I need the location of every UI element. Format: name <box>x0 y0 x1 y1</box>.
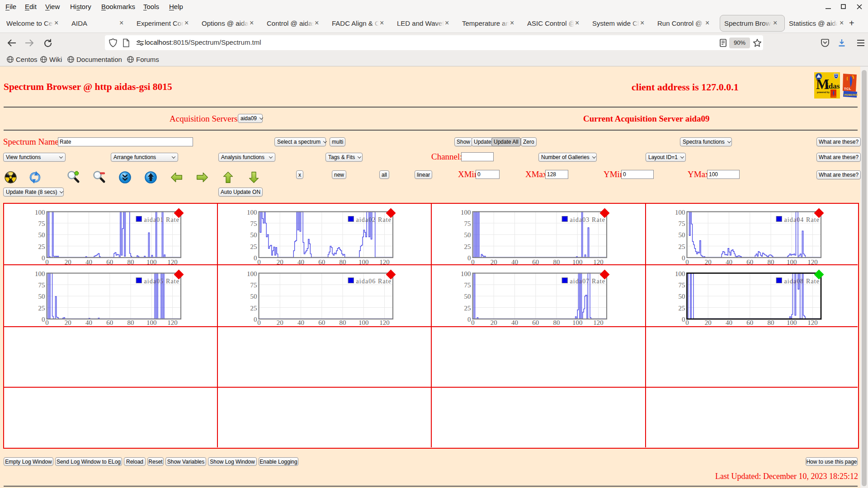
svg-text:0: 0 <box>45 319 49 326</box>
svg-text:0: 0 <box>42 316 45 323</box>
svg-text:aida03 Rate: aida03 Rate <box>570 216 606 223</box>
svg-text:25: 25 <box>679 305 685 312</box>
svg-text:20: 20 <box>705 319 712 326</box>
svg-text:0: 0 <box>254 254 257 262</box>
svg-text:100: 100 <box>35 270 45 277</box>
svg-text:50: 50 <box>464 293 471 300</box>
svg-text:80: 80 <box>768 319 774 326</box>
svg-text:120: 120 <box>167 319 178 326</box>
svg-text:80: 80 <box>340 319 346 326</box>
svg-text:40: 40 <box>85 319 92 326</box>
svg-text:0: 0 <box>467 316 471 323</box>
svg-text:50: 50 <box>679 293 685 300</box>
svg-text:100: 100 <box>787 319 797 326</box>
svg-text:25: 25 <box>464 243 471 250</box>
svg-text:75: 75 <box>250 220 257 227</box>
svg-text:TCL/TK: TCL/TK <box>831 96 837 98</box>
svg-text:40: 40 <box>511 319 518 326</box>
svg-text:aida05 Rate: aida05 Rate <box>144 278 180 285</box>
svg-text:25: 25 <box>250 305 257 312</box>
svg-text:75: 75 <box>464 282 471 289</box>
svg-text:100: 100 <box>675 209 685 216</box>
svg-text:120: 120 <box>593 319 604 326</box>
svg-text:20: 20 <box>65 319 71 326</box>
svg-text:75: 75 <box>38 220 45 227</box>
svg-text:powered by: powered by <box>817 91 830 94</box>
svg-text:0: 0 <box>682 316 685 323</box>
svg-text:50: 50 <box>38 293 45 300</box>
svg-text:25: 25 <box>679 243 685 250</box>
svg-text:aida06 Rate: aida06 Rate <box>356 278 392 285</box>
svg-text:100: 100 <box>461 209 471 216</box>
svg-text:100: 100 <box>359 319 369 326</box>
svg-text:75: 75 <box>679 220 685 227</box>
svg-text:50: 50 <box>464 231 471 239</box>
svg-text:0: 0 <box>467 254 471 262</box>
svg-text:60: 60 <box>532 319 539 326</box>
svg-text:aida07 Rate: aida07 Rate <box>570 278 606 285</box>
svg-text:20: 20 <box>277 319 283 326</box>
svg-text:0: 0 <box>682 254 685 262</box>
svg-text:60: 60 <box>746 319 753 326</box>
svg-text:aida08 Rate: aida08 Rate <box>784 278 820 285</box>
svg-text:25: 25 <box>38 243 45 250</box>
svg-text:120: 120 <box>807 319 818 326</box>
svg-text:75: 75 <box>250 282 257 289</box>
svg-text:100: 100 <box>461 270 471 277</box>
svg-text:100: 100 <box>572 319 583 326</box>
svg-text:100: 100 <box>675 270 685 277</box>
svg-text:40: 40 <box>726 319 732 326</box>
svg-text:80: 80 <box>127 319 134 326</box>
svg-text:aida01 Rate: aida01 Rate <box>144 216 180 223</box>
svg-text:40: 40 <box>297 319 304 326</box>
svg-text:100: 100 <box>146 319 157 326</box>
svg-text:POWERED: POWERED <box>844 94 858 96</box>
svg-text:80: 80 <box>553 319 560 326</box>
svg-text:100: 100 <box>247 209 257 216</box>
svg-text:aida02 Rate: aida02 Rate <box>356 216 392 223</box>
svg-text:20: 20 <box>491 319 497 326</box>
svg-text:0: 0 <box>685 319 689 326</box>
svg-text:50: 50 <box>38 231 45 239</box>
svg-text:0: 0 <box>471 319 475 326</box>
svg-text:25: 25 <box>38 305 45 312</box>
svg-text:50: 50 <box>679 231 685 239</box>
svg-text:60: 60 <box>106 319 113 326</box>
svg-text:50: 50 <box>250 231 257 239</box>
svg-text:aida04 Rate: aida04 Rate <box>784 216 820 223</box>
svg-text:100: 100 <box>247 270 257 277</box>
svg-text:25: 25 <box>464 305 471 312</box>
svg-text:60: 60 <box>318 319 325 326</box>
svg-text:0: 0 <box>257 319 261 326</box>
svg-text:25: 25 <box>250 243 257 250</box>
svg-text:0: 0 <box>42 254 45 262</box>
svg-text:0: 0 <box>254 316 257 323</box>
svg-text:120: 120 <box>379 319 390 326</box>
svg-text:100: 100 <box>35 209 45 216</box>
svg-text:idas: idas <box>826 82 840 90</box>
svg-text:75: 75 <box>679 282 685 289</box>
svg-text:TCL: TCL <box>844 87 851 91</box>
svg-text:75: 75 <box>464 220 471 227</box>
svg-text:50: 50 <box>250 293 257 300</box>
svg-text:75: 75 <box>38 282 45 289</box>
